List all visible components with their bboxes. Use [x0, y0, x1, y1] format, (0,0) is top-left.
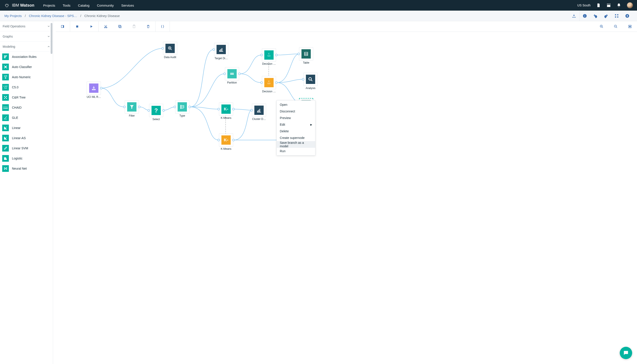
palette-association-rules[interactable]: Association Rules — [0, 52, 53, 62]
canvas-toolbar — [56, 21, 637, 32]
document-icon[interactable] — [596, 3, 601, 8]
palette-chaid[interactable]: ▭▭▭CHAID CHAID — [0, 102, 53, 113]
node-decision-2[interactable]: C5.0 Decision … — [262, 76, 276, 93]
flow-canvas[interactable]: UCI ML R… Data Audit Filter ? Select Typ… — [56, 32, 637, 364]
crumb-project[interactable]: Chronic Kidney Disease - SPS… — [29, 14, 77, 18]
ctx-delete[interactable]: Delete — [277, 128, 315, 134]
svg-rect-9 — [617, 14, 618, 15]
group-field-operations[interactable]: Field Operations — [0, 21, 53, 31]
bell-icon[interactable] — [617, 3, 621, 8]
palette-neural-net[interactable]: Neural Net — [0, 164, 53, 174]
node-label: Decision … — [262, 90, 276, 93]
ctx-label: Edit — [280, 123, 285, 126]
svg-point-44 — [180, 106, 181, 107]
palette-label: Linear — [12, 126, 21, 130]
zoom-in-button[interactable] — [594, 21, 609, 32]
svg-rect-35 — [119, 25, 121, 27]
node-analysis[interactable]: Analysis — [303, 73, 318, 90]
palette-label: Linear-AS — [12, 136, 26, 140]
node-kmeans-1[interactable]: K•• K-Means — [219, 102, 233, 120]
group-graphs[interactable]: Graphs — [0, 31, 53, 42]
ctx-edit[interactable]: Edit▶ — [277, 121, 315, 128]
zoom-out-button[interactable] — [609, 21, 623, 32]
linear-svm-icon — [2, 145, 9, 152]
arrange-button[interactable] — [611, 10, 622, 21]
crumb-my-projects[interactable]: My Projects — [5, 14, 22, 18]
nav-projects[interactable]: Projects — [43, 4, 55, 7]
chevron-down-icon — [47, 25, 50, 28]
redo-button[interactable] — [601, 10, 611, 21]
paste-button[interactable] — [127, 21, 141, 32]
palette-c50[interactable]: C RT5.0 C5.0 — [0, 82, 53, 92]
ctx-save-branch[interactable]: Save branch as a model — [277, 141, 315, 148]
node-label: Select — [152, 118, 160, 121]
svg-rect-11 — [617, 16, 618, 18]
node-label: Cluster D… — [252, 118, 266, 120]
svg-rect-30 — [63, 25, 64, 28]
undo-button[interactable] — [590, 10, 601, 21]
download-button[interactable] — [569, 10, 579, 21]
palette-logistic[interactable]: Logistic — [0, 153, 53, 164]
linear-as-icon — [2, 135, 9, 141]
group-modeling[interactable]: Modeling — [0, 42, 53, 52]
node-table[interactable]: Table — [299, 47, 313, 64]
ctx-preview[interactable]: Preview — [277, 115, 315, 121]
svg-rect-48 — [222, 48, 222, 51]
user-avatar[interactable] — [627, 2, 633, 8]
palette-gle[interactable]: GLE — [0, 113, 53, 123]
nav-tools[interactable]: Tools — [63, 4, 71, 7]
info-button[interactable] — [579, 10, 590, 21]
palette-linear-as[interactable]: Linear-AS — [0, 133, 53, 143]
svg-point-20 — [7, 68, 7, 68]
svg-rect-51 — [257, 111, 258, 112]
node-decision-1[interactable]: C5.0 Decision … — [262, 48, 276, 66]
nav-catalog[interactable]: Catalog — [78, 4, 90, 7]
node-type[interactable]: Type — [175, 100, 189, 117]
zoom-fit-button[interactable] — [623, 21, 637, 32]
palette-auto-classifier[interactable]: Auto Classifier — [0, 62, 53, 72]
run-button[interactable] — [84, 21, 98, 32]
svg-rect-10 — [615, 16, 616, 18]
palette-linear-svm[interactable]: Linear SVM — [0, 143, 53, 153]
palette-cr-tree[interactable]: C&R Tree — [0, 92, 53, 102]
chat-help-button[interactable] — [620, 347, 632, 359]
ctx-open[interactable]: Open — [277, 102, 315, 108]
palette-linear[interactable]: Linear — [0, 123, 53, 133]
json-button[interactable] — [155, 21, 170, 32]
stop-button[interactable] — [70, 21, 84, 32]
node-data-audit[interactable]: Data Audit — [163, 42, 177, 59]
crumb-separator: / — [80, 14, 81, 18]
cut-button[interactable] — [99, 21, 113, 32]
ctx-disconnect[interactable]: Disconnect — [277, 108, 315, 115]
palette-label: C5.0 — [12, 86, 19, 89]
ctx-run[interactable]: Run — [277, 148, 315, 154]
chaid-icon: ▭▭▭CHAID — [2, 104, 9, 111]
node-target-distribution[interactable]: Target Di… — [214, 43, 228, 60]
node-partition[interactable]: Partition — [225, 67, 239, 84]
region-selector[interactable]: US South — [577, 4, 590, 7]
toggle-palette-button[interactable] — [56, 21, 70, 32]
svg-rect-13 — [4, 56, 7, 56]
grid-icon[interactable] — [606, 3, 611, 8]
nav-community[interactable]: Community — [97, 4, 114, 7]
chat-icon — [623, 350, 629, 356]
ctx-supernode[interactable]: Create supernode — [277, 134, 315, 141]
sidebar-scrollbar[interactable] — [50, 21, 53, 364]
svg-point-16 — [5, 66, 6, 68]
node-label: UCI ML R… — [87, 96, 101, 98]
node-select[interactable]: ? Select — [149, 104, 163, 121]
compass-button[interactable] — [622, 10, 632, 21]
delete-button[interactable] — [141, 21, 155, 32]
nav-services[interactable]: Services — [121, 4, 134, 7]
svg-rect-54 — [305, 52, 308, 56]
node-kmeans-2[interactable]: K•• K-Means — [219, 134, 233, 150]
node-uci-ml[interactable]: UCI ML R… — [87, 82, 101, 98]
palette-auto-numeric[interactable]: 123⚙ Auto Numeric — [0, 72, 53, 82]
node-filter[interactable]: Filter — [125, 100, 139, 117]
node-label: Analysis — [306, 86, 316, 90]
copy-button[interactable] — [113, 21, 127, 32]
group-label: Modeling — [3, 45, 15, 48]
svg-rect-49 — [230, 73, 234, 74]
node-cluster-distribution[interactable]: Cluster D… — [252, 104, 266, 120]
logo[interactable]: IBM Watson — [4, 2, 34, 8]
